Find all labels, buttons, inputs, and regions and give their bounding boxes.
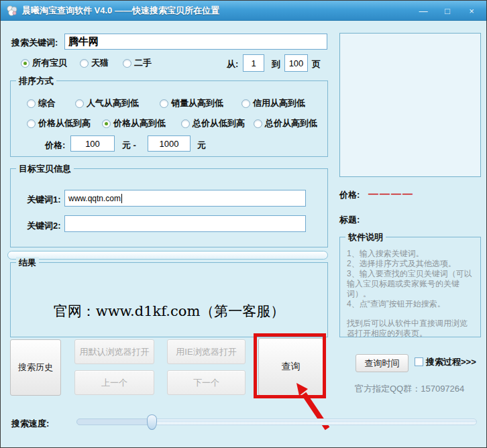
sort-groupbox: 排序方式 综合 人气从高到低 销量从高到低 信用从高到低 价格从低到高 [10,80,328,157]
item-image-box [339,33,481,177]
keyword2-input[interactable] [64,215,306,232]
radio-label: 二手 [134,57,152,69]
result-groupbox: 结果 官网：www.d1kf.com（第一客服） [10,262,328,337]
price-min-input[interactable]: 100 [70,135,115,152]
help-line: 4、点“查询”按钮开始搜索。 [347,299,475,309]
open-default-browser-button[interactable]: 用默认浏览器打开 [74,339,154,364]
radio-label: 总价从低到高 [193,117,245,129]
target-groupbox: 目标宝贝信息 关键词1: www.qqtn.com 关键词2: [10,168,328,247]
search-process-checkbox[interactable] [415,357,423,366]
window-controls: — □ × [418,1,477,21]
help-text: 1、输入搜索关键词。 2、选择排序方式及其他选项。 3、输入要查找的宝贝关键词（… [340,237,480,339]
next-button[interactable]: 下一个 [167,370,246,395]
previous-button[interactable]: 上一个 [74,370,154,395]
radio-sort-total-desc[interactable]: 总价从高到低 [254,117,317,129]
help-groupbox: 软件说明 1、输入搜索关键词。 2、选择排序方式及其他选项。 3、输入要查找的宝… [339,237,481,337]
radio-label: 销量从高到低 [171,97,223,109]
radio-tmall[interactable]: 天猫 [80,57,109,69]
page-to-label: 到 [272,58,280,70]
search-keyword-value: 腾牛网 [68,36,99,48]
price-max-value: 1000 [160,139,179,149]
panel-price-label: 价格: [339,189,360,201]
qq-group-text: 官方指定QQ群：157097264 [355,383,464,395]
radio-sort-price-asc[interactable]: 价格从低到高 [27,117,91,129]
help-line: 3、输入要查找的宝贝关键词（可以输入宝贝标题或卖家账号的关键词）。 [347,269,475,299]
radio-selected-icon [102,119,111,128]
radio-label: 综合 [38,97,56,109]
page-from-input[interactable]: 1 [243,54,264,72]
sort-group-title: 排序方式 [16,75,56,87]
radio-icon [27,119,36,128]
radio-all-items[interactable]: 所有宝贝 [21,57,67,69]
page-from-value: 1 [251,58,256,68]
radio-icon [254,119,262,128]
radio-sort-comprehensive[interactable]: 综合 [27,97,56,109]
radio-icon [123,59,131,68]
target-group-title: 目标宝贝信息 [16,163,74,175]
keyword1-input[interactable]: www.qqtn.com [64,190,306,207]
radio-selected-icon [21,59,30,68]
page-from-label: 从: [227,58,238,70]
radio-label: 天猫 [91,57,109,69]
query-button[interactable]: 查询 [258,338,323,396]
radio-secondhand[interactable]: 二手 [123,57,152,69]
search-process-label: 搜索过程>>> [426,356,476,368]
price-min-value: 100 [85,139,100,149]
radio-sort-price-desc[interactable]: 价格从高到低 [102,117,166,129]
speed-slider-thumb[interactable] [147,414,157,430]
result-text: 官网：www.d1kf.com（第一客服） [11,302,327,321]
open-ie-browser-button[interactable]: 用IE浏览器打开 [167,339,246,364]
price-max-input[interactable]: 1000 [148,135,191,152]
radio-label: 价格从高到低 [113,117,166,129]
panel-price-value: ———— [368,188,414,199]
minimize-icon[interactable]: — [418,6,429,16]
client-area: 搜索关键词: 腾牛网 所有宝贝 天猫 二手 从: 1 到 100 页 排序方式 [1,21,486,447]
app-icon [6,5,18,17]
radio-icon [27,99,36,108]
result-group-title: 结果 [16,257,39,269]
search-speed-label: 搜索速度: [11,418,49,430]
keyword1-label: 关键词1: [27,194,61,206]
search-history-button[interactable]: 搜索历史 [10,339,61,396]
app-window: 晨曦淘宝查询软件 V4.0 ——快速搜索宝贝所在位置 — □ × 搜索关键词: … [0,0,487,448]
panel-title-label: 标题: [339,214,360,226]
radio-label: 价格从低到高 [38,117,91,129]
radio-label: 人气从高到低 [87,97,139,109]
radio-icon [241,99,250,108]
help-line: 2、选择排序方式及其他选项。 [347,259,475,269]
help-line: 1、输入搜索关键词。 [347,249,475,259]
close-icon[interactable]: × [466,6,477,16]
help-group-title: 软件说明 [345,231,386,243]
radio-sort-total-asc[interactable]: 总价从低到高 [181,117,245,129]
radio-icon [80,59,89,68]
search-keyword-input[interactable]: 腾牛网 [64,34,327,50]
titlebar: 晨曦淘宝查询软件 V4.0 ——快速搜索宝贝所在位置 — □ × [1,1,486,21]
radio-icon [181,119,190,128]
window-title: 晨曦淘宝查询软件 V4.0 ——快速搜索宝贝所在位置 [22,5,219,17]
keyword1-value: www.qqtn.com [68,194,121,203]
radio-label: 所有宝贝 [32,57,67,69]
help-line: 找到后可以从软件中直接调用浏览器打开相应的列表页。 [347,319,475,339]
page-to-value: 100 [289,58,304,68]
page-unit-label: 页 [312,58,321,70]
progress-bar [7,251,328,260]
page-to-input[interactable]: 100 [284,54,308,72]
radio-icon [75,99,84,108]
text-caret [121,194,122,203]
radio-sort-credit-desc[interactable]: 信用从高到低 [241,97,305,109]
search-keyword-label: 搜索关键词: [11,37,58,49]
maximize-icon[interactable]: □ [442,6,453,16]
radio-label: 总价从高到低 [265,117,317,129]
speed-slider-fill [76,418,152,425]
price-dash-unit-label: 元 - [122,139,136,152]
price-range-label: 价格: [45,139,65,152]
radio-sort-sales-desc[interactable]: 销量从高到低 [160,97,223,109]
radio-icon [160,99,168,108]
radio-label: 信用从高到低 [253,97,305,109]
price-unit-label: 元 [197,139,206,152]
query-time-button[interactable]: 查询时间 [356,354,409,372]
radio-sort-popularity-desc[interactable]: 人气从高到低 [75,97,139,109]
keyword2-label: 关键词2: [27,220,61,232]
